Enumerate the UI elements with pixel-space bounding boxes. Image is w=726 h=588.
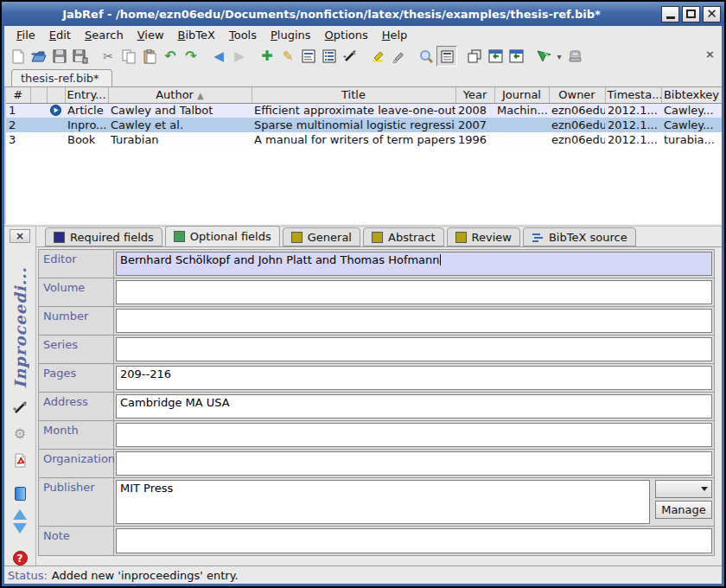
table-row[interactable]: 1 Article Cawley and Talbot Efficient ap… bbox=[6, 103, 722, 118]
volume-field[interactable] bbox=[116, 280, 712, 304]
toggle-search-pane-icon[interactable] bbox=[436, 46, 457, 67]
edit-entry-icon[interactable]: ✎ bbox=[277, 46, 298, 67]
menu-bibtex[interactable]: BibTeX bbox=[171, 28, 222, 42]
table-row[interactable]: 3 Book Turabian A manual for writers of … bbox=[6, 132, 722, 147]
cleanup-wand-icon[interactable] bbox=[13, 400, 28, 415]
col-header-ranking[interactable] bbox=[30, 87, 47, 103]
menu-view[interactable]: View bbox=[131, 28, 171, 42]
series-field[interactable] bbox=[116, 337, 712, 361]
tab-general[interactable]: General bbox=[283, 227, 360, 246]
tab-review[interactable]: Review bbox=[447, 227, 520, 246]
menu-file[interactable]: File bbox=[10, 28, 42, 42]
push-to-app-icon[interactable] bbox=[533, 46, 554, 67]
back-icon[interactable]: ◀ bbox=[208, 46, 229, 67]
tab-optional-fields[interactable]: Optional fields bbox=[165, 226, 280, 246]
cut-icon[interactable]: ✂ bbox=[98, 46, 118, 67]
entry-editor-close-button[interactable]: × bbox=[10, 229, 30, 243]
tab-bibtex-source[interactable]: BibTeX source bbox=[523, 227, 636, 246]
publisher-combo[interactable] bbox=[655, 480, 712, 498]
window-title: JabRef - /home/ezn06edu/Documents/nonfic… bbox=[2, 8, 661, 21]
entry-editor: × Inproceedi... ⚙ ? Required fi bbox=[4, 227, 722, 566]
unmark-entries-icon[interactable] bbox=[388, 46, 409, 67]
menu-bar: File Edit Search View BibTeX Tools Plugi… bbox=[4, 26, 722, 44]
general-icon bbox=[291, 232, 302, 243]
note-field[interactable] bbox=[116, 528, 712, 553]
col-header-title[interactable]: Title bbox=[252, 87, 455, 103]
jabref-window: JabRef - /home/ezn06edu/Documents/nonfic… bbox=[0, 0, 726, 588]
pages-field[interactable]: 209--216 bbox=[116, 366, 712, 390]
editor-field[interactable]: Bernhard Schölkopf and John Platt and Th… bbox=[116, 252, 712, 276]
menu-options[interactable]: Options bbox=[318, 28, 375, 42]
address-field[interactable]: Cambridge MA USA bbox=[116, 394, 712, 419]
col-header-bibtexkey[interactable]: Bibtexkey bbox=[661, 87, 722, 103]
tab-required-fields[interactable]: Required fields bbox=[45, 227, 162, 246]
minimize-button[interactable] bbox=[661, 6, 679, 22]
field-label: Publisher bbox=[39, 478, 114, 526]
pdf-icon[interactable] bbox=[14, 453, 27, 468]
month-field[interactable] bbox=[116, 423, 712, 447]
col-header-timestamp[interactable]: Timesta... bbox=[605, 87, 661, 103]
col-header-year[interactable]: Year bbox=[455, 87, 494, 103]
review-icon bbox=[455, 232, 467, 243]
save-as-icon[interactable] bbox=[70, 46, 91, 67]
edit-strings-icon[interactable] bbox=[319, 46, 340, 67]
redo-icon[interactable]: ↷ bbox=[181, 46, 201, 67]
field-row-series: Series bbox=[39, 336, 714, 364]
publisher-field[interactable]: MIT Press bbox=[116, 480, 650, 524]
forward-icon[interactable]: ▶ bbox=[229, 46, 250, 67]
duplicate-icon[interactable] bbox=[464, 46, 485, 67]
mark-entries-icon[interactable] bbox=[367, 46, 388, 67]
tab-abstract[interactable]: Abstract bbox=[363, 227, 444, 246]
manage-button[interactable]: Manage bbox=[655, 501, 712, 519]
autoset-gear-icon[interactable]: ⚙ bbox=[14, 427, 26, 441]
col-header-num[interactable]: # bbox=[6, 87, 30, 103]
col-header-journal[interactable]: Journal bbox=[494, 87, 549, 103]
number-field[interactable] bbox=[116, 309, 712, 333]
save-database-icon[interactable] bbox=[49, 46, 70, 67]
field-row-volume: Volume bbox=[39, 278, 714, 307]
menu-edit[interactable]: Edit bbox=[42, 28, 78, 42]
organization-field[interactable] bbox=[116, 451, 712, 476]
field-label: Month bbox=[39, 421, 114, 449]
maximize-icon bbox=[686, 10, 696, 18]
open-window-2-icon[interactable] bbox=[506, 46, 526, 67]
menu-tools[interactable]: Tools bbox=[222, 28, 264, 42]
prev-entry-icon[interactable] bbox=[13, 509, 27, 520]
file-tab[interactable]: thesis-ref.bib* bbox=[11, 69, 112, 86]
field-label: Pages bbox=[39, 364, 114, 392]
export-icon[interactable] bbox=[564, 46, 585, 67]
paste-icon[interactable] bbox=[139, 46, 160, 67]
menu-plugins[interactable]: Plugins bbox=[264, 28, 318, 42]
table-row-selected[interactable]: 2 Inpro... Cawley et al. Sparse multinom… bbox=[6, 118, 722, 132]
open-window-icon[interactable] bbox=[485, 46, 506, 67]
col-header-owner[interactable]: Owner bbox=[549, 87, 605, 103]
preview-icon[interactable] bbox=[298, 46, 319, 67]
col-header-url[interactable] bbox=[47, 87, 65, 103]
undo-icon[interactable]: ↶ bbox=[160, 46, 181, 67]
field-label: Organization bbox=[39, 450, 114, 477]
new-entry-icon[interactable]: ✚ bbox=[257, 46, 277, 67]
menu-help[interactable]: Help bbox=[375, 28, 415, 42]
url-icon bbox=[50, 105, 61, 116]
menu-search[interactable]: Search bbox=[78, 28, 131, 42]
toolbar-close-icon[interactable]: × bbox=[705, 48, 715, 61]
write-xmp-icon[interactable] bbox=[15, 487, 26, 501]
help-icon[interactable]: ? bbox=[13, 551, 28, 566]
col-header-author[interactable]: Author ▲ bbox=[108, 87, 252, 103]
next-entry-icon[interactable] bbox=[13, 523, 27, 534]
cleanup-wand-icon[interactable] bbox=[340, 46, 360, 67]
title-bar[interactable]: JabRef - /home/ezn06edu/Documents/nonfic… bbox=[2, 2, 724, 26]
copy-icon[interactable] bbox=[118, 46, 139, 67]
col-header-entrytype[interactable]: Entry... bbox=[65, 87, 108, 103]
push-dropdown-arrow[interactable]: ▾ bbox=[554, 46, 564, 67]
reference-table: # Entry... Author ▲ Title Year Journal O… bbox=[6, 87, 722, 147]
chevron-down-icon bbox=[701, 487, 708, 491]
new-database-icon[interactable] bbox=[8, 46, 29, 67]
maximize-button[interactable] bbox=[682, 6, 700, 22]
close-button[interactable]: ✕ bbox=[703, 6, 721, 22]
open-database-icon[interactable] bbox=[29, 46, 49, 67]
search-icon[interactable] bbox=[416, 46, 436, 67]
field-row-address: Address Cambridge MA USA bbox=[39, 393, 714, 421]
field-label: Note bbox=[39, 527, 114, 555]
close-icon: × bbox=[16, 231, 24, 241]
